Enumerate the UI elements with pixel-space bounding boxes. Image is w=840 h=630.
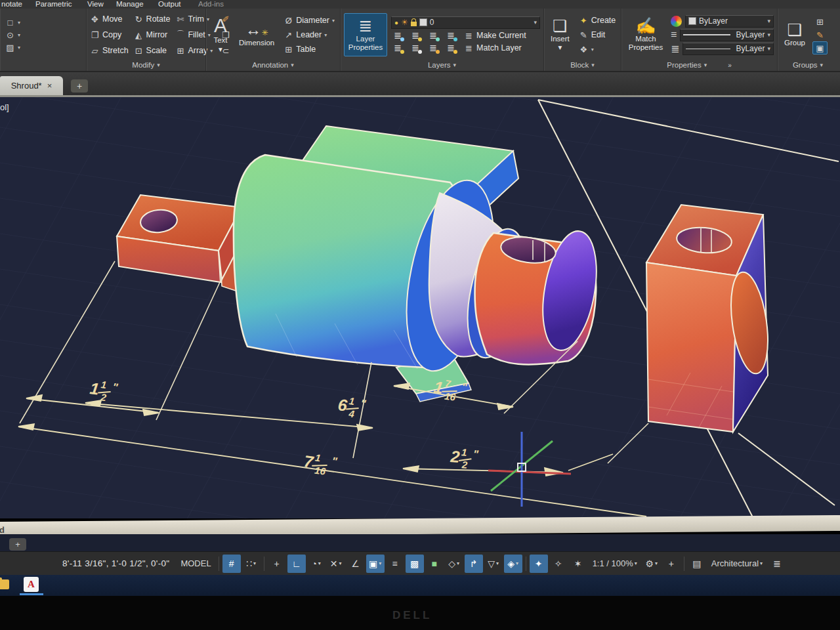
new-drawing-tab-button[interactable]: + <box>71 79 88 93</box>
transparency-toggle-button[interactable]: ▩ <box>406 555 424 573</box>
scale-button[interactable]: ⊡Scale <box>132 43 173 58</box>
coordinates-display[interactable]: 8'-11 3/16", 1'-0 1/2", 0'-0" <box>56 558 175 568</box>
rectangle-icon: □ <box>5 18 15 28</box>
panel-annotation-footer[interactable]: Annotation▾ <box>206 59 340 71</box>
layer-freeze-icon: ☀ <box>401 18 408 27</box>
panel-properties-footer[interactable]: Properties▾» <box>621 59 777 71</box>
group-button[interactable]: ❑ Group <box>781 20 808 49</box>
group-selection-toggle[interactable]: ▣ <box>812 41 828 54</box>
leader-button[interactable]: ↗Leader▾ <box>282 28 337 42</box>
orange-shaft-cylinder[interactable] <box>475 227 605 365</box>
grid-toggle-button[interactable]: # <box>222 555 241 573</box>
menu-tab-annotate[interactable]: notate <box>1 0 22 8</box>
mirror-button[interactable]: ◭Mirror <box>132 27 173 43</box>
move-button[interactable]: ✥Move <box>88 11 131 27</box>
dimension-lines[interactable] <box>18 383 646 516</box>
polar-tracking-button[interactable]: ◔▾ <box>307 555 326 573</box>
annotation-visibility-button[interactable]: ✦ <box>530 555 548 573</box>
group-edit-button[interactable]: ✎ <box>813 28 827 41</box>
layer-lock-button-icon[interactable]: ≣ <box>444 30 457 41</box>
menu-tab-output[interactable]: Output <box>158 0 181 8</box>
layer-walk-icon[interactable]: ≣ <box>409 43 422 53</box>
layer-isolate-icon[interactable]: ≣ <box>391 30 404 41</box>
workspace-settings-button[interactable]: ⚙▾ <box>642 555 661 573</box>
autocad-taskbar-icon[interactable]: A <box>24 577 39 592</box>
layer-select-dropdown[interactable]: ● ☀ 0 ▾ <box>391 16 540 29</box>
panel-modify-footer[interactable]: Modify▾ <box>87 59 205 71</box>
layer-thaw-icon[interactable]: ≣ <box>427 43 440 53</box>
svg-text:2: 2 <box>461 459 468 471</box>
svg-text:6: 6 <box>337 395 348 415</box>
copy-button[interactable]: ❐Copy <box>88 27 131 43</box>
dynamic-ucs-button[interactable]: ↱ <box>465 555 483 573</box>
drawing-canvas[interactable]: ol] <box>0 97 840 518</box>
folder-taskbar-icon[interactable] <box>0 579 9 589</box>
orange-block[interactable] <box>646 205 774 432</box>
layer-unlock-icon[interactable]: ≣ <box>444 43 457 53</box>
orange-base-plate[interactable] <box>117 195 245 294</box>
file-tab-shroud[interactable]: Shroud* × <box>0 76 63 95</box>
units-icon-button[interactable]: ▤ <box>688 555 706 573</box>
menu-tab-parametric[interactable]: Parametric <box>35 0 72 8</box>
create-block-button[interactable]: ✦Create <box>577 13 618 28</box>
ortho-toggle-button[interactable]: ∟ <box>287 555 306 573</box>
lineweight-toggle-button[interactable]: ≡ <box>386 555 404 573</box>
insert-button[interactable]: ❏ Insert ▾ <box>547 16 573 53</box>
dimension-2-1-2[interactable]: 2 1 2 " <box>449 446 479 471</box>
customization-button[interactable]: + <box>662 555 681 573</box>
match-properties-icon: ✍ <box>635 18 656 34</box>
panel-layers-footer[interactable]: Layers▾ <box>341 59 543 71</box>
stretch-button[interactable]: ▱Stretch <box>88 43 131 58</box>
selection-filtering-button[interactable]: ▽▾ <box>484 555 503 573</box>
object-color-dropdown[interactable]: ByLayer ▾ <box>685 15 774 28</box>
annotation-all-scales-button[interactable]: ✶ <box>569 555 587 573</box>
gizmo-button[interactable]: ◈▾ <box>504 555 522 573</box>
scale-icon: ⊡ <box>134 46 144 56</box>
ribbon-tab-strip: notate Parametric View Manage Output Add… <box>0 0 840 9</box>
dimension-button[interactable]: ↔✳ Dimension <box>236 20 278 49</box>
block-attributes-button[interactable]: ❖▾ <box>577 42 618 56</box>
hatch-tool-button[interactable]: ▨▾ <box>3 42 22 53</box>
text-button[interactable]: A Text ▾ <box>209 14 232 54</box>
menu-tab-manage[interactable]: Manage <box>116 0 144 8</box>
diameter-button[interactable]: ØDiameter▾ <box>282 13 337 28</box>
ellipse-tool-button[interactable]: ⊙▾ <box>3 30 22 41</box>
linetype-dropdown[interactable]: ByLayer ▾ <box>682 43 774 55</box>
dynamic-input-button[interactable]: + <box>268 555 286 573</box>
autoscale-button[interactable]: ✧ <box>549 555 568 573</box>
new-layout-button[interactable]: + <box>9 538 26 551</box>
units-format-button[interactable]: Architectural▾ <box>707 555 766 573</box>
layer-unisolate-icon[interactable]: ≣ <box>409 30 422 41</box>
properties-dialog-launcher[interactable]: » <box>728 62 732 69</box>
table-button[interactable]: ⊞Table <box>282 42 337 56</box>
layer-properties-button[interactable]: ≣ Layer Properties <box>344 13 387 56</box>
panel-groups-footer[interactable]: Groups▾ <box>778 59 838 71</box>
close-tab-icon[interactable]: × <box>47 81 52 91</box>
menu-tab-addins[interactable]: Add-ins <box>198 0 224 8</box>
snap-toggle-button[interactable]: ∷▾ <box>242 555 261 573</box>
annotation-scale-button[interactable]: 1:1 / 100%▾ <box>589 555 641 573</box>
lineweight-dropdown[interactable]: ByLayer ▾ <box>680 29 774 41</box>
match-properties-button[interactable]: ✍ Match Properties <box>625 16 667 53</box>
rectangle-tool-button[interactable]: □▾ <box>3 17 22 28</box>
layer-off-icon[interactable]: ≣ <box>391 43 404 53</box>
ungroup-button[interactable]: ⊞ <box>813 15 827 28</box>
object-snap-button[interactable]: ▣▾ <box>366 555 385 573</box>
quick-properties-button[interactable]: ≣ <box>768 555 786 573</box>
selection-cycling-button[interactable]: ■ <box>425 555 444 573</box>
viewport-controls-fragment[interactable]: ol] <box>0 102 9 112</box>
make-current-button[interactable]: ≣Make Current <box>462 30 528 41</box>
menu-tab-view[interactable]: View <box>87 0 104 8</box>
match-layer-button[interactable]: ≣Match Layer <box>462 43 524 54</box>
panel-block-footer[interactable]: Block▾ <box>544 59 621 71</box>
model-space-button[interactable]: MODEL <box>177 555 215 573</box>
object-snap-tracking-button[interactable]: ∠ <box>346 555 365 573</box>
ellipse-icon: ⊙ <box>5 30 15 40</box>
rotate-button[interactable]: ↻Rotate <box>132 11 173 27</box>
layer-freeze-button-icon[interactable]: ≣ <box>427 30 440 41</box>
dimension-7-1-16[interactable]: 7 1 16 " <box>302 450 339 478</box>
isodraft-button[interactable]: ✕▾ <box>327 555 345 573</box>
3d-object-snap-button[interactable]: ◇▾ <box>445 555 463 573</box>
edit-block-button[interactable]: ✎Edit <box>577 28 618 42</box>
model-space[interactable]: 1 1 2 " 6 1 4 " 1 7 16 " 2 <box>0 97 840 518</box>
